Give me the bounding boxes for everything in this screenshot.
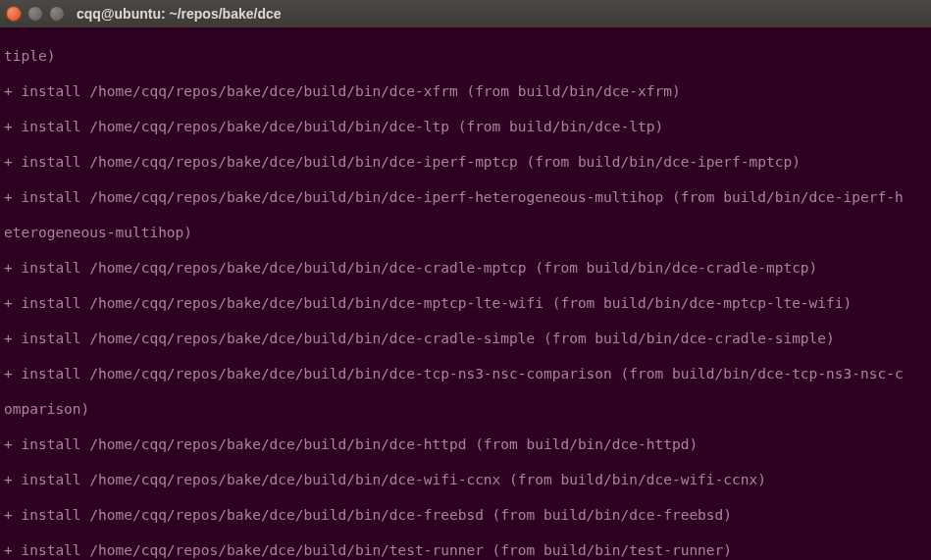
output-line: + install /home/cqq/repos/bake/dce/build… bbox=[4, 541, 927, 559]
output-line: + install /home/cqq/repos/bake/dce/build… bbox=[4, 153, 927, 171]
output-line: eterogeneous-multihop) bbox=[4, 224, 927, 241]
output-line: tiple) bbox=[4, 47, 927, 65]
output-line: + install /home/cqq/repos/bake/dce/build… bbox=[4, 259, 927, 277]
terminal-output[interactable]: tiple) + install /home/cqq/repos/bake/dc… bbox=[0, 27, 931, 560]
output-line: + install /home/cqq/repos/bake/dce/build… bbox=[4, 471, 927, 488]
titlebar: cqq@ubuntu: ~/repos/bake/dce bbox=[0, 0, 931, 27]
output-line: + install /home/cqq/repos/bake/dce/build… bbox=[4, 188, 927, 206]
output-line: + install /home/cqq/repos/bake/dce/build… bbox=[4, 82, 927, 100]
minimize-icon[interactable] bbox=[27, 6, 43, 22]
maximize-icon[interactable] bbox=[49, 6, 65, 22]
output-line: + install /home/cqq/repos/bake/dce/build… bbox=[4, 435, 927, 453]
output-line: + install /home/cqq/repos/bake/dce/build… bbox=[4, 506, 927, 524]
close-icon[interactable] bbox=[6, 6, 22, 22]
output-line: omparison) bbox=[4, 400, 927, 418]
output-line: + install /home/cqq/repos/bake/dce/build… bbox=[4, 365, 927, 382]
output-line: + install /home/cqq/repos/bake/dce/build… bbox=[4, 294, 927, 312]
output-line: + install /home/cqq/repos/bake/dce/build… bbox=[4, 330, 927, 347]
window-title: cqq@ubuntu: ~/repos/bake/dce bbox=[77, 5, 282, 23]
window-controls bbox=[6, 6, 65, 22]
output-line: + install /home/cqq/repos/bake/dce/build… bbox=[4, 118, 927, 135]
